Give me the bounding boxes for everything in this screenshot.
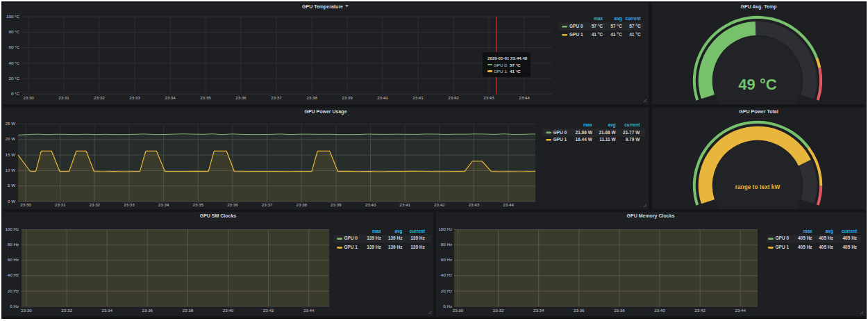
- svg-text:23:30: 23:30: [20, 202, 31, 207]
- svg-text:GPU 1: GPU 1: [344, 245, 358, 249]
- svg-text:23:36: 23:36: [235, 95, 247, 100]
- svg-text:GPU 1: GPU 1: [569, 32, 583, 37]
- svg-text:GPU 0: GPU 0: [553, 130, 567, 135]
- svg-text:23:30: 23:30: [21, 308, 32, 313]
- svg-text:23:33: 23:33: [129, 95, 140, 100]
- svg-text:405 Hz: 405 Hz: [819, 236, 833, 240]
- svg-text:GPU 1: GPU 1: [553, 137, 567, 142]
- svg-text:21.68 W: 21.68 W: [599, 130, 616, 135]
- svg-text:max: max: [372, 229, 381, 233]
- svg-text:23:30: 23:30: [23, 95, 34, 100]
- svg-text:23:44: 23:44: [519, 95, 530, 100]
- svg-text:23:38: 23:38: [306, 95, 317, 100]
- svg-text:23:40: 23:40: [654, 308, 665, 313]
- svg-text:23:37: 23:37: [262, 202, 273, 207]
- svg-text:405 Hz: 405 Hz: [842, 245, 857, 249]
- svg-text:41 °C: 41 °C: [592, 32, 603, 37]
- svg-text:139 Hz: 139 Hz: [410, 245, 425, 249]
- svg-text:max: max: [803, 229, 812, 233]
- svg-text:80 °C: 80 °C: [8, 29, 19, 34]
- svg-text:139 Hz: 139 Hz: [367, 236, 381, 240]
- svg-text:GPU 1: GPU 1: [776, 245, 790, 249]
- svg-text:20 °C: 20 °C: [8, 76, 19, 81]
- svg-text:23:38: 23:38: [183, 308, 194, 313]
- svg-text:0 Hz: 0 Hz: [10, 304, 19, 308]
- svg-text:11.11 W: 11.11 W: [599, 137, 616, 142]
- svg-text:23:36: 23:36: [574, 308, 585, 313]
- svg-text:current: current: [624, 122, 640, 127]
- svg-text:57 °C: 57 °C: [610, 24, 622, 28]
- svg-text:GPU 0: GPU 0: [776, 236, 790, 240]
- svg-text:23:30: 23:30: [453, 308, 464, 313]
- svg-text:current: current: [626, 16, 642, 21]
- svg-text:40 °C: 40 °C: [8, 60, 19, 65]
- svg-text:avg: avg: [394, 229, 402, 234]
- svg-text:0 W: 0 W: [8, 199, 15, 204]
- svg-text:21.77 W: 21.77 W: [623, 130, 640, 135]
- svg-text:23:32: 23:32: [493, 308, 504, 313]
- svg-text:60 Hz: 60 Hz: [441, 257, 452, 262]
- svg-text:23:34: 23:34: [158, 202, 169, 207]
- svg-text:23:38: 23:38: [614, 308, 625, 313]
- svg-text:23:38: 23:38: [296, 202, 307, 207]
- svg-text:20 Hz: 20 Hz: [8, 288, 19, 293]
- svg-text:5 W: 5 W: [8, 183, 15, 188]
- svg-text:23:42: 23:42: [694, 308, 706, 313]
- svg-text:0 Hz: 0 Hz: [443, 304, 452, 308]
- svg-text:100 °C: 100 °C: [6, 14, 20, 19]
- svg-text:0 °C: 0 °C: [11, 91, 20, 96]
- svg-text:20 Hz: 20 Hz: [441, 288, 452, 293]
- svg-text:23:42: 23:42: [434, 202, 445, 207]
- svg-text:10 W: 10 W: [6, 167, 16, 172]
- svg-text:23:42: 23:42: [448, 95, 459, 100]
- svg-text:80 Hz: 80 Hz: [8, 242, 19, 247]
- svg-text:23:34: 23:34: [533, 308, 544, 313]
- svg-text:60 °C: 60 °C: [8, 44, 19, 49]
- svg-text:23:44: 23:44: [503, 202, 514, 207]
- svg-text:41 °C: 41 °C: [610, 32, 622, 37]
- svg-text:40 Hz: 40 Hz: [441, 272, 452, 277]
- svg-text:range to text kW: range to text kW: [735, 183, 781, 190]
- svg-text:60 Hz: 60 Hz: [8, 257, 19, 262]
- svg-text:49 °C: 49 °C: [738, 76, 776, 93]
- svg-text:100 Hz: 100 Hz: [438, 227, 452, 231]
- svg-text:23:41: 23:41: [412, 95, 424, 100]
- svg-text:23:42: 23:42: [263, 308, 274, 313]
- svg-text:23:35: 23:35: [192, 202, 203, 207]
- svg-text:23:40: 23:40: [377, 95, 388, 100]
- svg-text:23:43: 23:43: [483, 95, 494, 100]
- svg-text:57 °C: 57 °C: [629, 24, 641, 28]
- svg-text:405 Hz: 405 Hz: [842, 236, 857, 240]
- svg-text:23:36: 23:36: [227, 202, 238, 207]
- svg-text:GPU 0: GPU 0: [344, 236, 358, 240]
- svg-text:57 °C: 57 °C: [592, 24, 603, 28]
- svg-text:9.79 W: 9.79 W: [626, 137, 640, 142]
- svg-text:139 Hz: 139 Hz: [388, 236, 403, 240]
- svg-text:23:43: 23:43: [469, 202, 480, 207]
- svg-text:23:37: 23:37: [271, 95, 282, 100]
- svg-text:max: max: [594, 16, 603, 21]
- svg-text:23:41: 23:41: [399, 202, 410, 207]
- svg-text:23:35: 23:35: [200, 95, 211, 100]
- svg-text:avg: avg: [608, 122, 616, 128]
- svg-text:23:39: 23:39: [331, 202, 342, 207]
- svg-text:current: current: [842, 229, 858, 233]
- svg-text:23:33: 23:33: [124, 202, 135, 207]
- svg-text:23:34: 23:34: [101, 308, 112, 313]
- svg-text:avg: avg: [826, 229, 833, 234]
- svg-text:23:36: 23:36: [142, 308, 153, 313]
- svg-text:15 W: 15 W: [6, 152, 16, 157]
- svg-text:80 Hz: 80 Hz: [441, 242, 452, 247]
- svg-text:23:44: 23:44: [303, 308, 315, 313]
- svg-text:23:34: 23:34: [165, 95, 176, 100]
- svg-text:139 Hz: 139 Hz: [388, 245, 403, 249]
- svg-text:avg: avg: [615, 16, 622, 22]
- svg-text:23:31: 23:31: [58, 95, 69, 100]
- svg-text:40 Hz: 40 Hz: [8, 272, 19, 277]
- svg-text:20 W: 20 W: [6, 136, 16, 141]
- svg-text:139 Hz: 139 Hz: [410, 236, 425, 240]
- svg-text:139 Hz: 139 Hz: [367, 245, 381, 249]
- svg-text:23:44: 23:44: [735, 308, 746, 313]
- svg-text:16.44 W: 16.44 W: [576, 137, 593, 142]
- svg-text:current: current: [410, 229, 426, 233]
